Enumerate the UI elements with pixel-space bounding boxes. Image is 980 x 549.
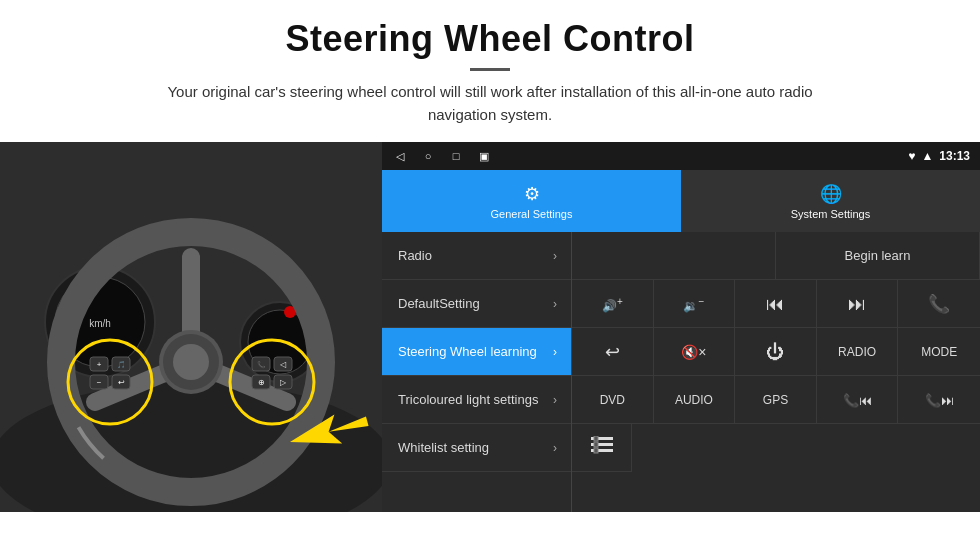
dvd-label: DVD xyxy=(600,393,625,407)
page-container: Steering Wheel Control Your original car… xyxy=(0,0,980,512)
chevron-right-icon: › xyxy=(553,249,557,263)
right-controls: Begin learn 🔊+ 🔉− ⏮ xyxy=(572,232,980,512)
chevron-right-icon: › xyxy=(553,297,557,311)
signal-icon: ▲ xyxy=(921,149,933,163)
controls-row-3: ↩ 🔇× ⏻ RADIO MODE xyxy=(572,328,980,376)
vol-down-button[interactable]: 🔉− xyxy=(654,280,736,328)
menu-radio-label: Radio xyxy=(398,248,432,263)
svg-text:🎵: 🎵 xyxy=(117,360,126,369)
status-bar: ◁ ○ □ ▣ ♥ ▲ 13:13 xyxy=(382,142,980,170)
begin-learn-label: Begin learn xyxy=(845,248,911,263)
menu-item-default[interactable]: DefaultSetting › xyxy=(382,280,571,328)
mute-icon: 🔇× xyxy=(681,344,706,360)
menu-steering-label: Steering Wheel learning xyxy=(398,344,537,359)
menu-item-radio[interactable]: Radio › xyxy=(382,232,571,280)
next-track-button[interactable]: ⏭ xyxy=(817,280,899,328)
svg-text:⊕: ⊕ xyxy=(258,378,265,387)
svg-point-15 xyxy=(173,344,209,380)
power-icon: ⏻ xyxy=(766,342,784,363)
svg-text:↩: ↩ xyxy=(118,378,125,387)
vol-down-icon: 🔉− xyxy=(683,296,704,313)
tab-general[interactable]: ⚙ General Settings xyxy=(382,170,681,232)
tel-next-button[interactable]: 📞⏭ xyxy=(898,376,980,424)
list-icon-button[interactable] xyxy=(572,424,632,472)
tab-system-label: System Settings xyxy=(791,208,870,220)
recent-nav-icon[interactable]: □ xyxy=(448,148,464,164)
vol-up-icon: 🔊+ xyxy=(602,296,623,313)
hang-up-icon: ↩ xyxy=(605,341,620,363)
content-area: Radio › DefaultSetting › Steering Wheel … xyxy=(382,232,980,512)
menu-item-steering[interactable]: Steering Wheel learning › xyxy=(382,328,571,376)
left-menu: Radio › DefaultSetting › Steering Wheel … xyxy=(382,232,572,512)
menu-item-tricoloured[interactable]: Tricoloured light settings › xyxy=(382,376,571,424)
audio-label: AUDIO xyxy=(675,393,713,407)
svg-rect-40 xyxy=(594,448,598,453)
page-header: Steering Wheel Control Your original car… xyxy=(0,0,980,138)
controls-row-5 xyxy=(572,424,980,472)
tab-system[interactable]: 🌐 System Settings xyxy=(681,170,980,232)
phone-icon: 📞 xyxy=(928,293,950,315)
controls-row-1: Begin learn xyxy=(572,232,980,280)
mode-button[interactable]: MODE xyxy=(898,328,980,376)
tab-bar: ⚙ General Settings 🌐 System Settings xyxy=(382,170,980,232)
nav-icons: ◁ ○ □ ▣ xyxy=(392,148,492,164)
vol-up-button[interactable]: 🔊+ xyxy=(572,280,654,328)
chevron-right-icon: › xyxy=(553,441,557,455)
svg-text:◁: ◁ xyxy=(280,360,287,369)
svg-rect-38 xyxy=(594,436,598,441)
begin-learn-button[interactable]: Begin learn xyxy=(776,232,980,279)
prev-track-icon: ⏮ xyxy=(766,294,784,315)
mute-button[interactable]: 🔇× xyxy=(654,328,736,376)
tel-prev-button[interactable]: 📞⏮ xyxy=(817,376,899,424)
svg-rect-39 xyxy=(594,442,598,447)
mode-label: MODE xyxy=(921,345,957,359)
general-settings-icon: ⚙ xyxy=(524,183,540,205)
home-nav-icon[interactable]: ○ xyxy=(420,148,436,164)
svg-text:📞: 📞 xyxy=(257,360,266,369)
controls-row-4: DVD AUDIO GPS 📞⏮ 📞⏭ xyxy=(572,376,980,424)
tel-prev-icon: 📞⏮ xyxy=(843,393,872,408)
svg-text:+: + xyxy=(97,360,102,369)
system-settings-icon: 🌐 xyxy=(820,183,842,205)
tel-next-icon: 📞⏭ xyxy=(925,393,954,408)
phone-button[interactable]: 📞 xyxy=(898,280,980,328)
audio-button[interactable]: AUDIO xyxy=(654,376,736,424)
empty-cell xyxy=(572,232,776,279)
page-title: Steering Wheel Control xyxy=(20,18,960,60)
controls-row-2: 🔊+ 🔉− ⏮ ⏭ 📞 xyxy=(572,280,980,328)
gps-label: GPS xyxy=(763,393,788,407)
radio-label: RADIO xyxy=(838,345,876,359)
status-right: ♥ ▲ 13:13 xyxy=(908,149,970,163)
steering-wheel-image: km/h xyxy=(0,142,382,512)
radio-button[interactable]: RADIO xyxy=(817,328,899,376)
menu-default-label: DefaultSetting xyxy=(398,296,480,311)
svg-text:km/h: km/h xyxy=(89,318,111,329)
menu-tricoloured-label: Tricoloured light settings xyxy=(398,392,538,407)
gps-button[interactable]: GPS xyxy=(735,376,817,424)
dvd-button[interactable]: DVD xyxy=(572,376,654,424)
chevron-right-icon: › xyxy=(553,393,557,407)
chevron-right-icon: › xyxy=(553,345,557,359)
hang-up-button[interactable]: ↩ xyxy=(572,328,654,376)
svg-text:▷: ▷ xyxy=(280,378,287,387)
prev-track-button[interactable]: ⏮ xyxy=(735,280,817,328)
time-display: 13:13 xyxy=(939,149,970,163)
back-nav-icon[interactable]: ◁ xyxy=(392,148,408,164)
main-content: km/h xyxy=(0,142,980,512)
wifi-icon: ♥ xyxy=(908,149,915,163)
header-subtitle: Your original car's steering wheel contr… xyxy=(140,81,840,126)
menu-whitelist-label: Whitelist setting xyxy=(398,440,489,455)
svg-text:−: − xyxy=(97,378,102,387)
tab-general-label: General Settings xyxy=(491,208,573,220)
next-track-icon: ⏭ xyxy=(848,294,866,315)
list-icon xyxy=(591,436,613,459)
header-divider xyxy=(470,68,510,71)
head-unit-panel: ◁ ○ □ ▣ ♥ ▲ 13:13 ⚙ General Settings xyxy=(382,142,980,512)
power-button[interactable]: ⏻ xyxy=(735,328,817,376)
menu-item-whitelist[interactable]: Whitelist setting › xyxy=(382,424,571,472)
screenshot-nav-icon[interactable]: ▣ xyxy=(476,148,492,164)
